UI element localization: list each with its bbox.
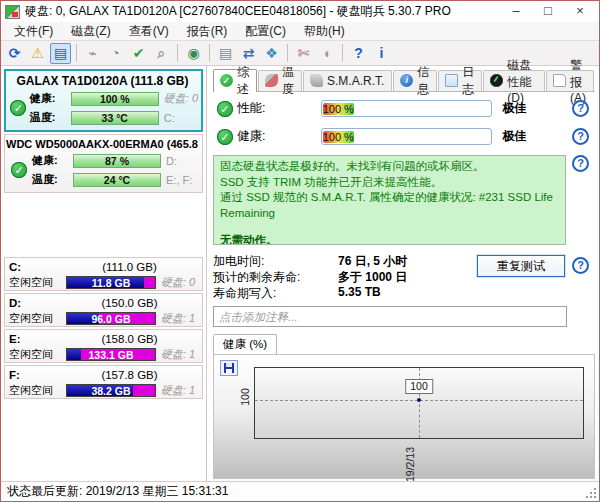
health-bar: 100 % — [321, 128, 493, 145]
chart-y-tick: 100 — [239, 388, 251, 406]
help-icon[interactable]: ? — [348, 43, 369, 64]
free-space-value: 11.8 GB — [67, 277, 155, 288]
retest-button[interactable]: 重复测试 — [477, 255, 565, 277]
performance-row: ✓ 性能: 100 % 极佳 ? — [213, 97, 595, 120]
disk-performance-icon — [490, 74, 503, 87]
toolbar-separator — [76, 44, 77, 62]
free-space-label: 空闲空间 — [9, 347, 61, 362]
comment-input[interactable] — [213, 306, 567, 327]
menu-disk[interactable]: 磁盘(Z) — [62, 22, 119, 41]
drive-letters: D: — [166, 155, 199, 167]
performance-help-icon[interactable]: ? — [572, 100, 589, 117]
tab-smart[interactable]: S.M.A.R.T. — [303, 70, 392, 91]
partition-size: (157.8 GB) — [61, 369, 198, 381]
status-help-icon[interactable]: ? — [572, 155, 589, 172]
free-space-value: 38.2 GB — [67, 385, 155, 396]
partition-card-f[interactable]: F: (157.8 GB) 空闲空间 38.2 GB 硬盘: 1 — [4, 365, 203, 399]
partition-letter: D: — [9, 297, 61, 309]
sidebar-spacer — [4, 195, 203, 257]
status-info-row: 固态硬盘状态是极好的。未找到有问题的或坏扇区。 SSD 支持 TRIM 功能并已… — [213, 155, 595, 245]
surface-test-icon[interactable]: ⌁ — [82, 43, 103, 64]
partition-card-c[interactable]: C: (111.0 GB) 空闲空间 11.8 GB 硬盘: 0 — [4, 257, 203, 291]
tab-log[interactable]: 日志 — [438, 70, 482, 91]
smart-icon — [310, 74, 323, 87]
title-bar: 硬盘: 0, GALAX TA1D0120A [C27607840CEE0481… — [1, 1, 599, 22]
performance-bar: 100 % — [321, 100, 493, 117]
tab-temperature[interactable]: 温度 — [258, 70, 302, 91]
health-label: 健康: — [30, 91, 66, 106]
health-help-icon[interactable]: ? — [572, 128, 589, 145]
drive-letters: E:, F: — [166, 174, 199, 186]
partition-letter: F: — [9, 369, 61, 381]
report-icon[interactable]: ▤ — [215, 43, 236, 64]
partition-size: (111.0 GB) — [61, 261, 198, 273]
menu-config[interactable]: 配置(C) — [236, 22, 295, 41]
disk-card-wdc[interactable]: WDC WD5000AAKX-00ERMA0 (465.8 GB) ✓ 健康: … — [4, 134, 203, 193]
sync-icon[interactable]: ⇄ — [238, 43, 259, 64]
chart-tab-row: 健康 (%) — [213, 333, 595, 354]
lifetime-writes-label: 寿命期写入: — [213, 285, 338, 301]
disk-title: WDC WD5000AAKX-00ERMA0 (465.8 GB) — [6, 136, 199, 151]
status-bar: 状态最后更新: 2019/2/13 星期三 15:31:31 — [1, 481, 599, 501]
log-icon — [445, 74, 458, 87]
partition-letter: C: — [9, 261, 61, 273]
status-line: 通过 SSD 规范的 S.M.A.R.T. 属性确定的健康状况: #231 SS… — [220, 190, 559, 221]
toolbar-separator — [209, 44, 210, 62]
sound-icon[interactable]: ◖ — [316, 43, 337, 64]
maximize-button[interactable]: □ — [533, 2, 563, 21]
toolbar-separator — [177, 44, 178, 62]
status-last-update: 状态最后更新: 2019/2/13 星期三 15:31:31 — [7, 483, 228, 500]
disk-ok-icon[interactable]: ✔ — [128, 43, 149, 64]
display-off-icon[interactable]: ✄ — [293, 43, 314, 64]
tab-overview[interactable]: ✓ 综述 — [213, 69, 257, 92]
disk-card-galax[interactable]: GALAX TA1D0120A (111.8 GB) ✓ 健康: 100 % 硬… — [4, 69, 203, 132]
health-rating: 极佳 — [502, 128, 572, 145]
performance-rating: 极佳 — [502, 100, 572, 117]
menu-view[interactable]: 查看(V) — [120, 22, 178, 41]
tab-alerts[interactable]: 警报(A) — [546, 70, 594, 91]
retest-help-icon[interactable]: ? — [572, 257, 589, 274]
save-chart-button[interactable] — [220, 360, 238, 376]
app-icon — [5, 5, 20, 19]
toolbar-separator — [287, 44, 288, 62]
partition-disk-number: 硬盘: 1 — [161, 383, 198, 398]
network-status-icon[interactable]: ◉ — [183, 43, 204, 64]
partition-card-d[interactable]: D: (150.0 GB) 空闲空间 96.0 GB 硬盘: 1 — [4, 293, 203, 327]
remote-icon[interactable]: ❖ — [261, 43, 282, 64]
minimize-button[interactable]: – — [501, 2, 531, 21]
close-button[interactable]: × — [565, 2, 595, 21]
information-icon: i — [400, 74, 413, 87]
info-icon[interactable]: i — [371, 43, 392, 64]
menu-report[interactable]: 报告(R) — [178, 22, 237, 41]
disk-clock-icon[interactable]: ◔ — [105, 43, 126, 64]
temp-gauge: 24 °C — [73, 173, 161, 187]
tab-disk-performance[interactable]: 磁盘性能(D) — [483, 70, 545, 91]
partition-disk-number: 硬盘: 1 — [161, 311, 198, 326]
disk-sidebar: GALAX TA1D0120A (111.8 GB) ✓ 健康: 100 % 硬… — [1, 66, 207, 481]
tab-information[interactable]: i 信息 — [393, 70, 437, 91]
status-action: 无需动作。 — [220, 233, 559, 245]
partition-letter: E: — [9, 333, 61, 345]
detect-disks-icon[interactable]: ▤ — [50, 43, 71, 64]
refresh-icon[interactable]: ⟳ — [4, 43, 25, 64]
health-gauge: 87 % — [73, 154, 161, 168]
overview-check-icon: ✓ — [220, 74, 233, 87]
stats-section: 加电时间: 76 日, 5 小时 预计的剩余寿命: 多于 1000 日 寿命期写… — [213, 253, 595, 301]
health-gauge: 100 % — [71, 92, 159, 106]
menu-bar: 文件(F) 磁盘(Z) 查看(V) 报告(R) 配置(C) 帮助(H) — [1, 22, 599, 41]
partition-card-e[interactable]: E: (158.0 GB) 空闲空间 133.1 GB 硬盘: 1 — [4, 329, 203, 363]
chart-tab-health[interactable]: 健康 (%) — [213, 334, 277, 355]
menu-help[interactable]: 帮助(H) — [295, 22, 354, 41]
disk-title: GALAX TA1D0120A (111.8 GB) — [7, 72, 198, 89]
menu-file[interactable]: 文件(F) — [5, 22, 62, 41]
main-tab-bar: ✓ 综述 温度 S.M.A.R.T. i 信息 日志 — [213, 69, 595, 92]
floppy-icon — [224, 363, 234, 373]
main-panel: ✓ 综述 温度 S.M.A.R.T. i 信息 日志 — [207, 66, 599, 481]
disk-search-icon[interactable]: ⌕ — [151, 43, 172, 64]
health-chart: 100 100 2019/2/13 — [213, 354, 595, 479]
resize-grip[interactable] — [585, 487, 597, 499]
disk-number: 硬盘: 0 — [164, 91, 198, 106]
chart-point-label: 100 — [405, 379, 433, 394]
alerts-icon[interactable]: ⚠ — [27, 43, 48, 64]
app-window: 硬盘: 0, GALAX TA1D0120A [C27607840CEE0481… — [0, 0, 600, 502]
